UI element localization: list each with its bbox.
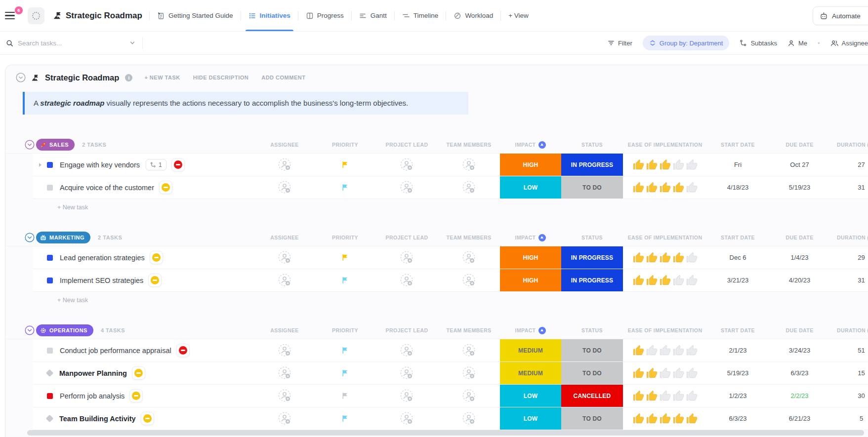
filter-button[interactable]: Filter (608, 40, 632, 47)
priority-cell[interactable] (314, 369, 376, 377)
task-name[interactable]: Implement SEO strategies (60, 277, 143, 284)
ease-of-implementation-rating[interactable] (623, 367, 707, 379)
thumb-empty-icon[interactable] (672, 274, 685, 286)
thumb-filled-icon[interactable] (632, 159, 645, 171)
thumb-empty-icon[interactable] (659, 367, 671, 379)
group-by-button[interactable]: Group by: Department (643, 36, 730, 50)
thumb-filled-icon[interactable] (659, 412, 671, 425)
yellow-minus-indicator-icon[interactable] (159, 181, 172, 194)
start-date[interactable]: 2/1/23 (707, 347, 769, 354)
add-view-button[interactable]: + View (501, 0, 536, 31)
task-row[interactable]: Engage with key vendors 1 HIGH IN PROGRE… (33, 154, 868, 176)
thumb-filled-icon[interactable] (646, 181, 658, 194)
column-header-project-lead[interactable]: PROJECT LEAD (376, 235, 438, 240)
priority-cell[interactable] (314, 254, 376, 261)
subtasks-button[interactable]: Subtasks (740, 40, 777, 47)
collapse-group-chevron-icon[interactable] (25, 140, 35, 150)
column-header-duration[interactable]: DURATION (DAYS) (830, 235, 868, 240)
chevron-down-icon[interactable] (129, 40, 135, 46)
yellow-minus-indicator-icon[interactable] (150, 251, 163, 264)
column-header-ease[interactable]: EASE OF IMPLEMENTATION (623, 235, 707, 240)
task-name[interactable]: Lead generation strategies (60, 254, 145, 262)
subtask-count-badge[interactable]: 1 (146, 159, 166, 170)
tab-gantt[interactable]: Gantt (352, 0, 394, 31)
horizontal-scrollbar[interactable] (27, 430, 864, 436)
hide-description-button[interactable]: HIDE DESCRIPTION (193, 75, 249, 80)
priority-cell[interactable] (314, 415, 376, 422)
assignee-filter-button[interactable]: Assignee (830, 40, 868, 47)
tab-progress[interactable]: Progress (298, 0, 351, 31)
task-row[interactable]: Team Building Activity LOW TO DO 6/3/23 … (33, 407, 868, 430)
yellow-minus-indicator-icon[interactable] (141, 412, 154, 425)
search-box[interactable] (6, 40, 135, 47)
column-header-due-date[interactable]: DUE DATE (769, 327, 830, 333)
column-header-status[interactable]: STATUS (561, 235, 623, 240)
new-task-row[interactable]: + New task (33, 199, 868, 215)
add-assignee-avatar[interactable] (278, 274, 291, 287)
yellow-minus-indicator-icon[interactable] (148, 274, 162, 287)
new-task-button[interactable]: + NEW TASK (144, 75, 180, 80)
ease-of-implementation-rating[interactable] (623, 344, 707, 357)
thumb-filled-icon[interactable] (672, 412, 685, 425)
add-team-member-avatar[interactable] (462, 274, 476, 287)
workspace-loading-button[interactable] (28, 7, 44, 24)
task-name[interactable]: Team Building Activity (59, 415, 136, 423)
ease-of-implementation-rating[interactable] (623, 274, 707, 286)
tab-workload[interactable]: Workload (446, 0, 500, 31)
thumb-filled-icon[interactable] (646, 251, 658, 264)
thumb-empty-icon[interactable] (686, 390, 698, 402)
start-date[interactable]: 4/18/23 (707, 184, 769, 191)
column-header-status[interactable]: STATUS (561, 327, 623, 333)
column-header-assignee[interactable]: ASSIGNEE (255, 235, 314, 240)
add-assignee-avatar[interactable] (278, 251, 291, 264)
thumb-empty-icon[interactable] (686, 159, 698, 171)
due-date[interactable]: Oct 27 (769, 161, 830, 168)
add-assignee-avatar[interactable] (278, 181, 291, 194)
add-project-lead-avatar[interactable] (400, 412, 413, 425)
add-team-member-avatar[interactable] (462, 412, 476, 425)
thumb-filled-icon[interactable] (659, 251, 671, 264)
sort-ascending-icon[interactable] (538, 234, 546, 241)
tab-timeline[interactable]: Timeline (395, 0, 446, 31)
thumb-empty-icon[interactable] (672, 390, 685, 402)
thumb-filled-icon[interactable] (632, 181, 645, 194)
add-assignee-avatar[interactable] (278, 412, 291, 425)
thumb-filled-icon[interactable] (646, 412, 658, 425)
column-header-due-date[interactable]: DUE DATE (769, 235, 830, 240)
status-value[interactable]: IN PROGRESS (561, 246, 623, 269)
thumb-filled-icon[interactable] (646, 390, 658, 402)
status-value[interactable]: TO DO (561, 176, 623, 199)
thumb-filled-icon[interactable] (659, 181, 671, 194)
status-value[interactable]: IN PROGRESS (561, 154, 623, 176)
column-header-assignee[interactable]: ASSIGNEE (255, 142, 314, 148)
task-row[interactable]: Perform job analysis LOW CANCELLED 1/2/2… (33, 385, 868, 407)
thumb-empty-icon[interactable] (659, 344, 671, 357)
column-header-duration[interactable]: DURATION (DAYS) (830, 327, 868, 333)
thumb-empty-icon[interactable] (672, 344, 685, 357)
task-status-square-icon[interactable] (47, 185, 53, 191)
task-row[interactable]: Conduct job performance appraisal MEDIUM… (33, 339, 868, 362)
due-date[interactable]: 3/24/23 (769, 347, 830, 354)
add-assignee-avatar[interactable] (278, 366, 291, 380)
add-team-member-avatar[interactable] (462, 181, 476, 194)
column-header-due-date[interactable]: DUE DATE (769, 142, 830, 148)
add-project-lead-avatar[interactable] (400, 344, 413, 357)
add-team-member-avatar[interactable] (462, 158, 476, 171)
add-project-lead-avatar[interactable] (400, 274, 413, 287)
column-header-team-members[interactable]: TEAM MEMBERS (438, 235, 500, 240)
ease-of-implementation-rating[interactable] (623, 181, 707, 194)
yellow-minus-indicator-icon[interactable] (129, 389, 143, 402)
sidebar-menu-button[interactable]: 6 (5, 8, 20, 23)
priority-cell[interactable] (314, 277, 376, 284)
task-status-square-icon[interactable] (47, 348, 53, 354)
thumb-empty-icon[interactable] (672, 367, 685, 379)
task-name[interactable]: Manpower Planning (59, 369, 127, 377)
thumb-filled-icon[interactable] (659, 159, 671, 171)
status-value[interactable]: TO DO (561, 407, 623, 430)
thumb-filled-icon[interactable] (686, 412, 698, 425)
column-header-impact[interactable]: IMPACT (500, 141, 561, 149)
due-date[interactable]: 5/19/23 (769, 184, 830, 191)
impact-value[interactable]: HIGH (500, 269, 561, 291)
thumb-empty-icon[interactable] (686, 181, 698, 194)
ease-of-implementation-rating[interactable] (623, 390, 707, 402)
